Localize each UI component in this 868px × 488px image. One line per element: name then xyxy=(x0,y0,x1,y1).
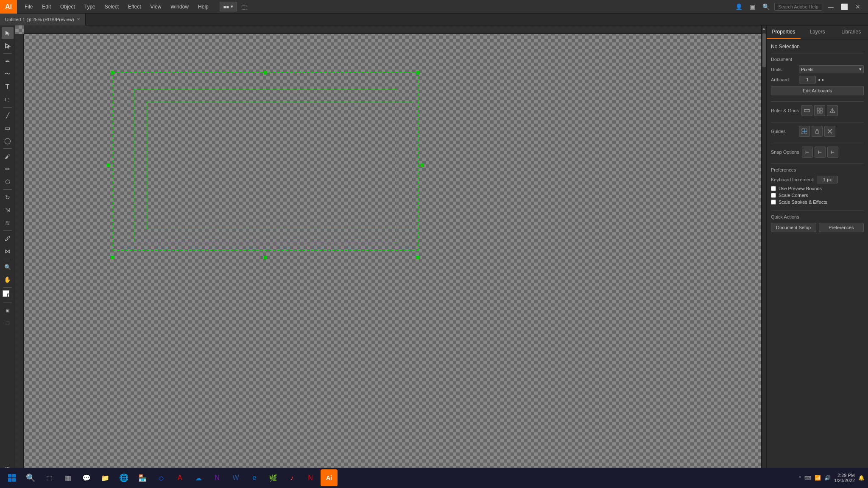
svg-rect-8 xyxy=(817,111,819,113)
explorer-icon[interactable]: 📁 xyxy=(97,469,114,486)
perspective-grid-icon[interactable] xyxy=(827,105,838,116)
menu-effect[interactable]: Effect xyxy=(124,2,145,11)
pencil-tool[interactable]: ✏ xyxy=(2,163,14,175)
menu-view[interactable]: View xyxy=(146,2,166,11)
hand-tool[interactable]: ✋ xyxy=(2,274,14,286)
blend-tool[interactable]: ⋈ xyxy=(2,245,14,257)
notification-icon[interactable]: 🔔 xyxy=(858,475,865,481)
close-icon[interactable]: ✕ xyxy=(853,2,863,12)
artboard-next-icon[interactable]: ▸ xyxy=(822,77,824,83)
menu-edit[interactable]: Edit xyxy=(38,2,55,11)
scroll-thumb-v[interactable] xyxy=(762,33,766,67)
vertical-scrollbar[interactable]: ▲ ▼ xyxy=(761,25,766,475)
warp-tool[interactable]: ≋ xyxy=(2,217,14,229)
selection-tool[interactable] xyxy=(2,27,14,39)
scale-strokes-effects-checkbox[interactable] xyxy=(771,200,776,205)
keyboard-increment-input[interactable]: 1 px xyxy=(817,176,838,183)
tab-properties[interactable]: Properties xyxy=(767,25,801,39)
grid-icon[interactable] xyxy=(814,105,825,116)
menu-window[interactable]: Window xyxy=(166,2,193,11)
store-icon[interactable]: 🏪 xyxy=(134,469,151,486)
ruler-icon[interactable] xyxy=(801,105,812,116)
illustrator-taskbar-icon[interactable]: Ai xyxy=(321,469,338,486)
eyedropper-tool[interactable]: 🖊 xyxy=(2,233,14,244)
tab-layers[interactable]: Layers xyxy=(801,25,835,39)
itunes-icon[interactable]: ♪ xyxy=(283,469,300,486)
curvature-tool[interactable]: 〜 xyxy=(2,68,14,80)
rotate-tool[interactable]: ↻ xyxy=(2,191,14,203)
teams-icon[interactable]: 💬 xyxy=(78,469,95,486)
clear-guides-icon[interactable] xyxy=(824,126,835,137)
chrome-icon[interactable]: 🌐 xyxy=(115,469,132,486)
scale-corners-checkbox[interactable] xyxy=(771,193,776,198)
windows-start-icon[interactable] xyxy=(3,469,20,486)
fill-stroke-indicator[interactable] xyxy=(3,290,13,299)
show-guides-icon[interactable] xyxy=(799,126,810,137)
tab-close-icon[interactable]: ✕ xyxy=(77,17,80,22)
edge-icon[interactable]: e xyxy=(246,469,263,486)
maximize-icon[interactable]: ⬜ xyxy=(839,2,849,12)
search-taskbar-icon[interactable]: 🔍 xyxy=(22,469,39,486)
user-icon[interactable]: 👤 xyxy=(734,2,744,12)
scale-tool[interactable]: ⇲ xyxy=(2,204,14,216)
direct-selection-tool[interactable] xyxy=(2,40,14,52)
lock-guides-icon[interactable] xyxy=(812,126,823,137)
divider-2 xyxy=(771,101,864,102)
word-icon[interactable]: W xyxy=(227,469,244,486)
menu-object[interactable]: Object xyxy=(56,2,79,11)
taskview-icon[interactable]: ⬚ xyxy=(41,469,58,486)
greenshot-icon[interactable]: 🌿 xyxy=(265,469,282,486)
dropbox-icon[interactable]: ◇ xyxy=(153,469,170,486)
units-select[interactable]: Pixels ▾ xyxy=(799,65,864,73)
document-tab[interactable]: Untitled-1 @ 25% (RGB/Preview) ✕ xyxy=(0,14,86,25)
artboard-value[interactable]: 1 xyxy=(799,76,816,83)
volume-icon[interactable]: 🔊 xyxy=(824,475,831,481)
edit-artboards-button[interactable]: Edit Artboards xyxy=(771,86,864,95)
snap-icon-2[interactable]: ⊢ xyxy=(815,147,826,158)
mid-marker-top xyxy=(264,71,267,75)
rect-tool[interactable]: ▭ xyxy=(2,122,14,134)
pen-tool[interactable]: ✒ xyxy=(2,55,14,67)
type-tool[interactable]: T xyxy=(2,81,14,93)
stroke-color[interactable] xyxy=(7,294,13,299)
touch-type-tool[interactable]: T⋮ xyxy=(2,94,14,105)
ellipse-tool[interactable]: ◯ xyxy=(2,135,14,147)
cloud-doc-icon[interactable]: ⬚ xyxy=(239,2,249,12)
workspace-button[interactable]: ■■ ▾ xyxy=(220,2,237,11)
search-box[interactable]: Search Adobe Help xyxy=(774,3,822,11)
onedrive-icon[interactable]: ☁ xyxy=(190,469,207,486)
acrobat-icon[interactable]: A xyxy=(171,469,188,486)
drawing-modes[interactable]: ▣ xyxy=(2,304,14,316)
tray-up-icon[interactable]: ^ xyxy=(799,475,801,480)
menu-help[interactable]: Help xyxy=(194,2,213,11)
use-preview-bounds-checkbox[interactable] xyxy=(771,186,776,191)
preferences-button[interactable]: Preferences xyxy=(819,223,864,232)
document-setup-button[interactable]: Document Setup xyxy=(771,223,816,232)
zoom-tool[interactable]: 🔍 xyxy=(2,261,14,273)
menu-file[interactable]: File xyxy=(20,2,37,11)
divider-4 xyxy=(771,143,864,143)
scale-corners-label: Scale Corners xyxy=(779,193,808,198)
onenote-icon[interactable]: N xyxy=(209,469,226,486)
screen-mode[interactable]: ⬚ xyxy=(2,317,14,329)
netflix-icon[interactable]: N xyxy=(302,469,319,486)
network-icon[interactable]: 📶 xyxy=(815,475,821,481)
workspace-dropdown-icon: ▾ xyxy=(231,4,233,9)
minimize-icon[interactable]: — xyxy=(826,2,836,12)
tab-libraries[interactable]: Libraries xyxy=(834,25,868,39)
ruler-grids-icons xyxy=(801,105,838,116)
line-tool[interactable]: ╱ xyxy=(2,109,14,121)
paintbrush-tool[interactable]: 🖌 xyxy=(2,150,14,162)
canvas-area[interactable] xyxy=(15,25,761,475)
menu-type[interactable]: Type xyxy=(80,2,100,11)
snap-icon-1[interactable]: ⊢ xyxy=(802,147,813,158)
search-icon[interactable]: 🔍 xyxy=(761,2,771,12)
widgets-icon[interactable]: ▦ xyxy=(59,469,76,486)
snap-icon-3[interactable]: ⊢ xyxy=(827,147,838,158)
keyboard-icon[interactable]: ⌨ xyxy=(804,475,811,481)
shaper-tool[interactable]: ⬠ xyxy=(2,176,14,188)
arrange-icon[interactable]: ▣ xyxy=(747,2,757,12)
menu-select[interactable]: Select xyxy=(100,2,123,11)
svg-rect-7 xyxy=(820,108,822,110)
artboard-prev-icon[interactable]: ◂ xyxy=(818,77,820,83)
